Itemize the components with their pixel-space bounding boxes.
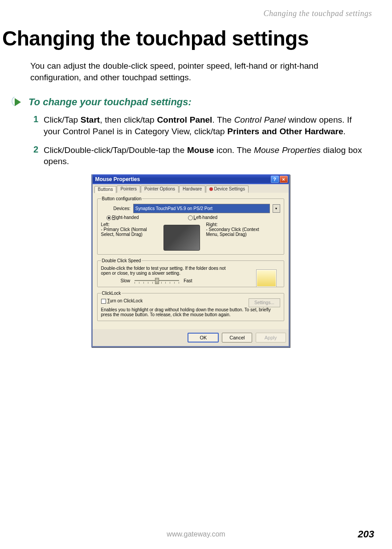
- fast-label: Fast: [184, 278, 192, 283]
- right-col-body: - Secondary Click (Context Menu, Special…: [206, 227, 264, 237]
- help-button[interactable]: ?: [271, 176, 279, 183]
- right-col-head: Right:: [206, 222, 264, 227]
- ok-button[interactable]: OK: [188, 333, 219, 343]
- devices-label: Devices:: [114, 206, 131, 211]
- touchpad-illustration: [163, 225, 200, 251]
- double-click-legend: Double Click Speed: [101, 258, 142, 263]
- double-click-group: Double Click Speed Double-click the fold…: [97, 258, 284, 287]
- tab-row: Buttons Pointers Pointer Options Hardwar…: [93, 184, 289, 193]
- button-config-legend: Button configuration: [101, 196, 143, 201]
- turn-on-clicklock-checkbox[interactable]: Turn on ClickLock: [101, 298, 143, 304]
- slow-label: Slow: [121, 278, 131, 283]
- button-config-group: Button configuration Devices: Synaptics …: [97, 196, 284, 255]
- clicklock-group: ClickLock Settings... Turn on ClickLock …: [97, 291, 284, 321]
- folder-icon[interactable]: [256, 269, 277, 287]
- tab-pointer-options[interactable]: Pointer Options: [141, 186, 179, 193]
- step-number: 2: [31, 144, 38, 167]
- clicklock-settings-button[interactable]: Settings...: [249, 298, 280, 307]
- apply-button[interactable]: Apply: [256, 333, 286, 343]
- page-number: 203: [358, 528, 374, 540]
- play-icon: [13, 97, 24, 107]
- footer-url: www.gateway.com: [167, 530, 225, 538]
- double-click-desc: Double-click the folder to test your set…: [101, 266, 235, 276]
- devices-select[interactable]: Synaptics TouchPad V5.9 on PS/2 Port: [133, 204, 270, 213]
- clicklock-desc: Enables you to highlight or drag without…: [101, 307, 280, 317]
- dialog-button-row: OK Cancel Apply: [93, 329, 289, 346]
- tab-pointers[interactable]: Pointers: [117, 186, 140, 193]
- left-col-head: Left:: [101, 222, 159, 227]
- clicklock-legend: ClickLock: [101, 291, 122, 296]
- left-handed-radio[interactable]: Left-handed: [188, 215, 217, 220]
- running-title: Changing the touchpad settings: [0, 9, 376, 18]
- mouse-properties-dialog: Mouse Properties ? × Buttons Pointers Po…: [91, 174, 290, 347]
- left-col-body: - Primary Click (Normal Select, Normal D…: [101, 227, 159, 237]
- intro-paragraph: You can adjust the double-click speed, p…: [30, 60, 368, 83]
- page-title: Changing the touchpad settings: [2, 26, 376, 50]
- right-handed-radio[interactable]: Right-handed: [106, 215, 139, 220]
- synaptics-icon: [209, 187, 213, 191]
- tab-buttons[interactable]: Buttons: [94, 186, 117, 193]
- double-click-slider[interactable]: [135, 280, 179, 281]
- tab-hardware[interactable]: Hardware: [179, 186, 205, 193]
- dialog-title: Mouse Properties: [95, 176, 270, 182]
- step-number: 1: [31, 114, 38, 137]
- titlebar[interactable]: Mouse Properties ? ×: [93, 174, 289, 184]
- tab-device-settings[interactable]: Device Settings: [206, 186, 248, 193]
- cancel-button[interactable]: Cancel: [222, 333, 252, 343]
- step-2-text: Click/Double-click/Tap/Double-tap the Mo…: [44, 144, 368, 167]
- task-heading: To change your touchpad settings:: [29, 96, 192, 108]
- dropdown-arrow-icon[interactable]: ▼: [273, 204, 280, 213]
- step-1-text: Click/Tap Start, then click/tap Control …: [44, 114, 368, 137]
- close-button[interactable]: ×: [280, 176, 288, 183]
